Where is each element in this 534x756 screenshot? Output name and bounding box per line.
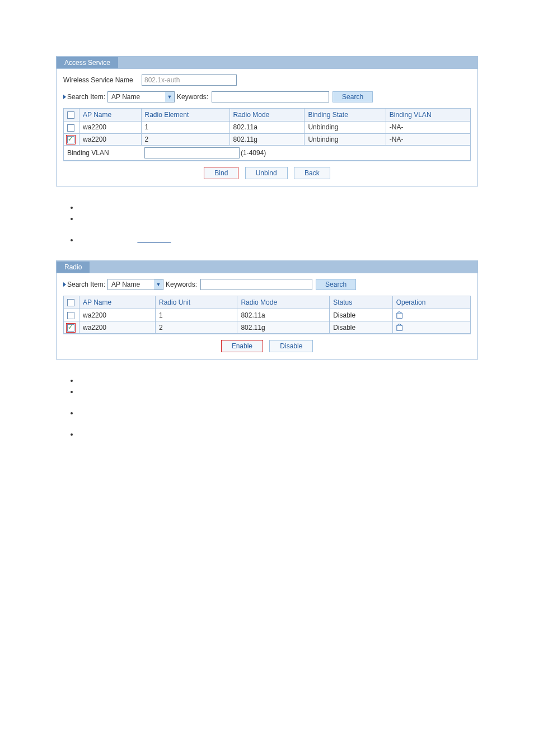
search-item-value: AP Name [108, 93, 165, 101]
panel-title: Access Service [57, 57, 118, 68]
binding-vlan-row: Binding VLAN (1-4094) [64, 145, 471, 160]
cell-status: Disable [330, 321, 392, 334]
cell-binding-state: Unbinding [305, 122, 386, 133]
list-item [78, 203, 478, 211]
binding-vlan-input[interactable] [144, 147, 240, 158]
list-item [78, 388, 478, 395]
col-radio-mode[interactable]: Radio Mode [237, 296, 330, 309]
panel-header: Radio [57, 261, 477, 273]
cell-radio-unit: 1 [156, 309, 237, 321]
select-all-checkbox[interactable] [67, 299, 74, 306]
bullet-list-1: placeholder [67, 203, 478, 244]
cell-radio-mode: 802.11g [229, 133, 305, 145]
col-radio-element[interactable]: Radio Element [141, 109, 229, 122]
svg-rect-1 [397, 325, 402, 330]
keywords-input[interactable] [212, 91, 329, 102]
service-name-label: Wireless Service Name [63, 76, 142, 84]
list-item [78, 214, 478, 222]
edit-icon[interactable] [396, 311, 404, 319]
table-row: wa2200 1 802.11a Unbinding -NA- [64, 122, 471, 133]
service-name-input [142, 74, 237, 86]
cell-ap: wa2200 [79, 309, 156, 321]
action-row: Enable Disable [63, 334, 471, 359]
keywords-label: Keywords: [177, 93, 208, 101]
ghost-link [137, 236, 171, 244]
col-binding-state[interactable]: Binding State [305, 109, 386, 122]
search-button[interactable]: Search [332, 91, 373, 102]
table-row: wa2200 2 802.11g Unbinding -NA- [64, 133, 471, 145]
list-item [78, 376, 478, 384]
action-row: Bind Unbind Back [63, 161, 471, 186]
back-button[interactable]: Back [294, 167, 330, 179]
row-checkbox[interactable] [67, 136, 74, 143]
service-name-row: Wireless Service Name [63, 74, 471, 86]
cell-radio-mode: 802.11a [229, 122, 305, 133]
panel-title: Radio [57, 262, 90, 273]
cell-radio-mode: 802.11a [237, 309, 330, 321]
edit-icon[interactable] [396, 324, 404, 332]
keywords-input[interactable] [200, 279, 312, 290]
radio-panel: Radio Search Item: AP Name ▼ Keywords: S… [56, 260, 478, 360]
search-item-label: Search Item: [67, 281, 105, 288]
binding-vlan-label: Binding VLAN [64, 145, 142, 160]
select-all-checkbox[interactable] [67, 111, 74, 119]
panel-header: Access Service [57, 57, 477, 69]
cell-binding-state: Unbinding [305, 133, 386, 145]
row-checkbox[interactable] [67, 312, 74, 319]
triangle-icon [63, 95, 66, 99]
col-radio-unit[interactable]: Radio Unit [156, 296, 237, 309]
cell-status: Disable [330, 309, 392, 321]
list-item: placeholder [78, 236, 478, 244]
col-ap-name[interactable]: AP Name [79, 109, 142, 122]
cell-radio-element: 1 [141, 122, 229, 133]
cell-radio-unit: 2 [156, 321, 237, 334]
bind-button[interactable]: Bind [204, 167, 238, 179]
search-item-value: AP Name [108, 281, 154, 288]
row-checkbox[interactable] [67, 324, 74, 332]
cell-binding-vlan: -NA- [386, 133, 470, 145]
cell-binding-vlan: -NA- [386, 122, 470, 133]
chevron-down-icon: ▼ [154, 279, 163, 290]
col-radio-mode[interactable]: Radio Mode [229, 109, 305, 122]
col-status[interactable]: Status [330, 296, 392, 309]
keywords-label: Keywords: [166, 281, 197, 288]
cell-radio-mode: 802.11g [237, 321, 330, 334]
enable-button[interactable]: Enable [221, 340, 263, 352]
cell-radio-element: 2 [141, 133, 229, 145]
radio-table: AP Name Radio Unit Radio Mode Status Ope… [63, 296, 471, 334]
bullet-list-2 [67, 376, 478, 438]
unbind-button[interactable]: Unbind [245, 167, 288, 179]
col-operation[interactable]: Operation [392, 296, 470, 309]
search-button[interactable]: Search [316, 279, 356, 290]
col-binding-vlan[interactable]: Binding VLAN [386, 109, 470, 122]
col-ap-name[interactable]: AP Name [79, 296, 156, 309]
search-row: Search Item: AP Name ▼ Keywords: Search [63, 279, 471, 290]
disable-button[interactable]: Disable [269, 340, 313, 352]
search-item-label: Search Item: [67, 93, 105, 101]
search-item-select[interactable]: AP Name ▼ [107, 279, 163, 290]
binding-vlan-hint: (1-4094) [241, 149, 266, 157]
cell-ap: wa2200 [79, 122, 142, 133]
svg-rect-0 [397, 314, 402, 319]
list-item [78, 430, 478, 438]
search-item-select[interactable]: AP Name ▼ [107, 91, 175, 102]
cell-ap: wa2200 [79, 321, 156, 334]
ap-table: AP Name Radio Element Radio Mode Binding… [63, 108, 471, 161]
table-row: wa2200 2 802.11g Disable [64, 321, 471, 334]
triangle-icon [63, 282, 66, 287]
chevron-down-icon: ▼ [165, 92, 174, 102]
list-item [78, 409, 478, 417]
cell-ap: wa2200 [79, 133, 142, 145]
search-row: Search Item: AP Name ▼ Keywords: Search [63, 91, 471, 102]
row-checkbox[interactable] [67, 124, 74, 132]
access-service-panel: Access Service Wireless Service Name Sea… [56, 56, 478, 186]
table-row: wa2200 1 802.11a Disable [64, 309, 471, 321]
